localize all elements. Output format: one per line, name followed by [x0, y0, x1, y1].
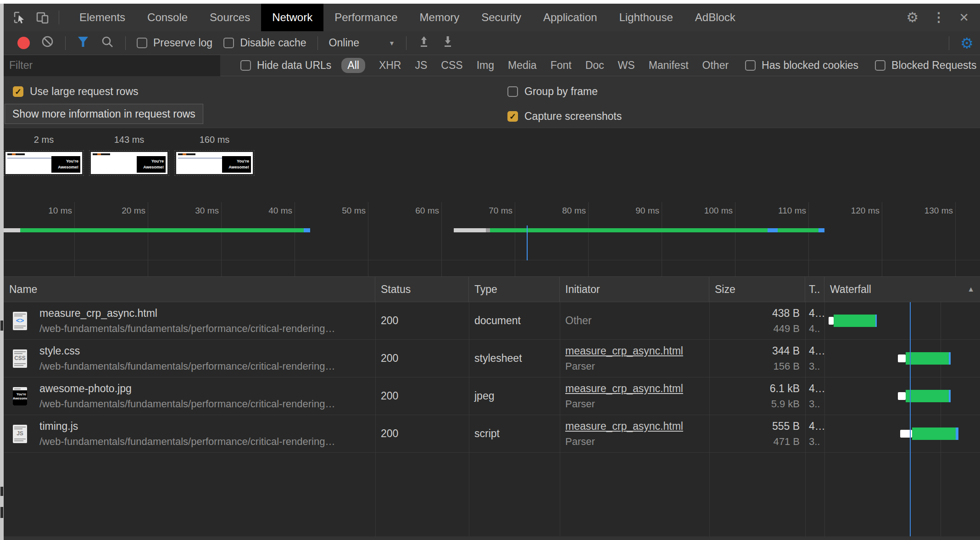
tab-application[interactable]: Application — [532, 4, 608, 31]
tab-lighthouse[interactable]: Lighthouse — [608, 4, 684, 31]
filter-chip-xhr[interactable]: XHR — [379, 59, 401, 72]
filmstrip: 2 ms You'reAwesome! 143 ms You'reAwesome… — [4, 128, 980, 202]
filter-chip-media[interactable]: Media — [508, 59, 537, 72]
requests-table-header: Name Status Type Initiator Size T.. Wate… — [4, 276, 980, 302]
request-time: 4… — [809, 382, 824, 395]
timeline-tick-label: 30 ms — [168, 206, 219, 216]
filter-chip-ws[interactable]: WS — [618, 59, 635, 72]
divider — [65, 36, 66, 50]
network-settings-gear-icon[interactable]: ⚙ — [960, 36, 980, 51]
search-icon[interactable] — [100, 35, 114, 51]
blocked-requests-toggle[interactable]: Blocked Requests — [875, 59, 976, 72]
tab-memory[interactable]: Memory — [409, 4, 471, 31]
use-large-request-rows-toggle[interactable]: ✓ Use large request rows — [13, 85, 139, 98]
inspect-element-icon[interactable] — [13, 11, 27, 24]
frame-thumbnail[interactable]: You'reAwesome! — [176, 152, 253, 174]
network-options: ✓ Use large request rows Group by frame … — [4, 76, 980, 128]
blocked-requests-label: Blocked Requests — [891, 59, 976, 72]
filter-chip-css[interactable]: CSS — [441, 59, 462, 72]
waterfall-waiting-cap — [898, 354, 906, 362]
filter-chip-all[interactable]: All — [341, 58, 365, 73]
filter-chip-other[interactable]: Other — [702, 59, 729, 72]
timeline-tick-label: 130 ms — [902, 206, 953, 216]
tab-sources[interactable]: Sources — [199, 4, 261, 31]
request-row[interactable]: <> measure_crp_async.html /web-fundament… — [4, 302, 980, 340]
import-har-icon[interactable] — [418, 35, 430, 51]
overview-bar-segment — [486, 228, 490, 232]
hide-data-urls-checkbox[interactable] — [240, 60, 251, 71]
waterfall-cell[interactable] — [824, 302, 980, 339]
filter-chip-font[interactable]: Font — [551, 59, 572, 72]
filter-chip-doc[interactable]: Doc — [585, 59, 604, 72]
thumb-awesome-box: You'reAwesome! — [222, 156, 251, 173]
initiator-link[interactable]: measure_crp_async.html — [565, 420, 709, 433]
waterfall-cell[interactable] — [824, 377, 980, 415]
page-behind-fragment — [0, 321, 3, 331]
timeline-gridline: 40 ms — [295, 202, 295, 280]
request-name: awesome-photo.jpg — [39, 382, 375, 395]
filter-chip-js[interactable]: JS — [415, 59, 427, 72]
more-options-icon[interactable]: ⋮ — [932, 11, 945, 24]
device-toolbar-icon[interactable] — [36, 11, 50, 24]
network-overview[interactable]: 10 ms 20 ms 30 ms 40 ms 50 ms 60 ms 70 m… — [4, 202, 980, 280]
request-row[interactable]: CSS style.css /web-fundamentals/fundamen… — [4, 340, 980, 377]
throttling-dropdown[interactable]: Online ▼ — [329, 37, 395, 49]
preserve-log-toggle[interactable]: Preserve log — [137, 37, 212, 49]
filmstrip-frame[interactable]: 160 ms You'reAwesome! — [176, 135, 253, 174]
column-header-status[interactable]: Status — [375, 277, 469, 302]
column-header-waterfall[interactable]: Waterfall ▲ — [824, 277, 980, 302]
frame-timestamp: 143 ms — [91, 135, 167, 148]
waterfall-cell[interactable] — [824, 415, 980, 452]
divider — [949, 36, 949, 50]
request-name: timing.js — [39, 420, 375, 433]
request-row[interactable]: JS timing.js /web-fundamentals/fundament… — [4, 415, 980, 453]
waterfall-cell[interactable] — [824, 340, 980, 377]
capture-screenshots-toggle[interactable]: ✓ Capture screenshots — [507, 110, 622, 123]
column-header-type[interactable]: Type — [469, 277, 560, 302]
has-blocked-cookies-toggle[interactable]: Has blocked cookies — [745, 59, 858, 72]
frame-thumbnail[interactable]: You'reAwesome! — [6, 152, 82, 174]
request-type: document — [474, 315, 560, 327]
tab-console[interactable]: Console — [136, 4, 199, 31]
tab-adblock[interactable]: AdBlock — [684, 4, 746, 31]
hide-data-urls-toggle[interactable]: Hide data URLs — [240, 59, 331, 72]
has-blocked-cookies-checkbox[interactable] — [745, 60, 756, 71]
capture-screenshots-checkbox[interactable]: ✓ — [507, 111, 518, 122]
column-header-time[interactable]: T.. — [805, 277, 824, 302]
divider — [59, 11, 59, 24]
group-by-frame-toggle[interactable]: Group by frame — [507, 85, 598, 98]
frame-thumbnail[interactable]: You'reAwesome! — [91, 152, 167, 174]
initiator-link[interactable]: measure_crp_async.html — [565, 345, 709, 357]
filter-chip-manifest[interactable]: Manifest — [649, 59, 689, 72]
tab-performance[interactable]: Performance — [323, 4, 408, 31]
initiator-link[interactable]: measure_crp_async.html — [565, 382, 709, 395]
preserve-log-label: Preserve log — [153, 37, 212, 49]
column-header-initiator[interactable]: Initiator — [560, 277, 709, 302]
filmstrip-frame[interactable]: 2 ms You'reAwesome! — [6, 135, 82, 174]
use-large-request-rows-checkbox[interactable]: ✓ — [13, 86, 23, 97]
tab-security[interactable]: Security — [470, 4, 532, 31]
blocked-requests-checkbox[interactable] — [875, 60, 885, 71]
tab-network[interactable]: Network — [261, 4, 323, 31]
export-har-icon[interactable] — [441, 35, 454, 51]
settings-gear-icon[interactable]: ⚙ — [906, 11, 919, 24]
preserve-log-checkbox[interactable] — [137, 38, 147, 48]
group-by-frame-checkbox[interactable] — [507, 86, 518, 97]
close-devtools-icon[interactable]: ✕ — [959, 11, 969, 23]
column-header-size[interactable]: Size — [709, 277, 805, 302]
filmstrip-frame[interactable]: 143 ms You'reAwesome! — [91, 135, 167, 174]
clear-network-log-icon[interactable] — [41, 35, 54, 51]
thumb-text-line — [7, 158, 55, 159]
network-toolbar: Preserve log Disable cache Online ▼ ⚙ — [4, 31, 980, 55]
request-row[interactable]: You'reAwesome! awesome-photo.jpg /web-fu… — [4, 377, 980, 415]
column-header-name[interactable]: Name — [4, 277, 375, 302]
record-network-log-icon[interactable] — [17, 37, 30, 49]
filter-funnel-icon[interactable] — [77, 36, 89, 51]
disable-cache-checkbox[interactable] — [223, 38, 234, 48]
disable-cache-toggle[interactable]: Disable cache — [223, 37, 306, 49]
page-behind-strip — [0, 4, 4, 540]
filter-chip-img[interactable]: Img — [477, 59, 494, 72]
request-type: script — [474, 428, 560, 440]
filter-input[interactable] — [4, 55, 220, 76]
tab-elements[interactable]: Elements — [68, 4, 136, 31]
